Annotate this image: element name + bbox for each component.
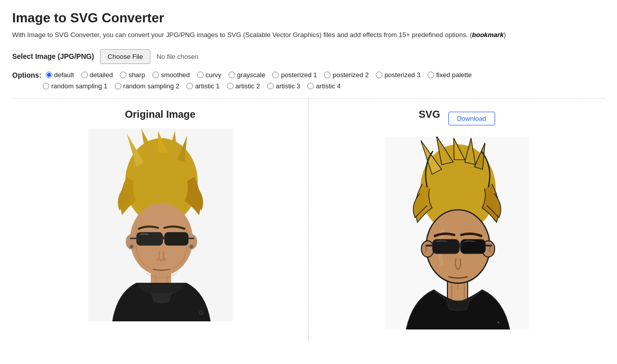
option-fixed-palette[interactable]: fixed palette: [428, 71, 472, 79]
radio-smoothed[interactable]: [152, 72, 159, 78]
svg-rect-14: [164, 232, 188, 246]
radio-artistic2[interactable]: [227, 83, 234, 89]
option-posterized2[interactable]: posterized 2: [324, 71, 369, 79]
preview-area: Original Image: [12, 98, 605, 340]
radio-sharp[interactable]: [120, 72, 126, 78]
svg-text:ⓘ: ⓘ: [199, 310, 204, 315]
page-title: Image to SVG Converter: [12, 10, 605, 26]
option-random1[interactable]: random sampling 1: [43, 82, 108, 90]
svg-point-19: [163, 258, 166, 261]
radio-detailed[interactable]: [81, 72, 88, 78]
original-image: ⓘ: [84, 128, 237, 321]
svg-point-12: [189, 244, 193, 248]
option-smoothed[interactable]: smoothed: [152, 71, 190, 79]
option-label-artistic1: artistic 1: [195, 82, 219, 90]
option-label-smoothed: smoothed: [161, 71, 190, 79]
svg-panel: SVG Download: [309, 98, 605, 340]
option-label-artistic3: artistic 3: [276, 82, 300, 90]
svg-point-18: [156, 258, 159, 261]
radio-grayscale[interactable]: [229, 72, 235, 78]
options-row2: random sampling 1random sampling 2artist…: [12, 82, 605, 90]
option-label-artistic4: artistic 4: [316, 82, 340, 90]
radio-random2[interactable]: [115, 83, 121, 89]
option-label-posterized3: posterized 3: [384, 71, 420, 79]
option-label-fixed-palette: fixed palette: [436, 71, 472, 79]
svg-rect-36: [459, 243, 461, 247]
radio-artistic1[interactable]: [186, 83, 193, 89]
file-section: Select Image (JPG/PNG) Choose File No fi…: [12, 49, 605, 64]
radio-default[interactable]: [46, 72, 52, 78]
option-sharp[interactable]: sharp: [120, 71, 145, 79]
options-section: Options: defaultdetailedsharpsmoothedcur…: [12, 71, 605, 90]
option-detailed[interactable]: detailed: [81, 71, 113, 79]
option-random2[interactable]: random sampling 2: [115, 82, 180, 90]
option-artistic2[interactable]: artistic 2: [227, 82, 260, 90]
option-artistic4[interactable]: artistic 4: [307, 82, 340, 90]
bookmark-link[interactable]: bookmark: [472, 31, 504, 39]
option-posterized1[interactable]: posterized 1: [272, 71, 317, 79]
download-button[interactable]: Download: [448, 112, 495, 125]
radio-artistic4[interactable]: [307, 83, 314, 89]
svg-text:✦: ✦: [496, 320, 500, 324]
no-file-text: No file chosen: [156, 53, 198, 60]
original-panel-title: Original Image: [125, 109, 196, 120]
radio-posterized2[interactable]: [324, 72, 331, 78]
radio-artistic3[interactable]: [267, 83, 274, 89]
option-posterized3[interactable]: posterized 3: [376, 71, 420, 79]
option-label-default: default: [54, 71, 74, 79]
svg-panel-title-row: SVG Download: [319, 109, 595, 128]
options-label: Options:: [12, 71, 42, 79]
option-label-random2: random sampling 2: [123, 82, 180, 90]
svg-image: ✦: [381, 137, 533, 329]
option-label-detailed: detailed: [90, 71, 113, 79]
option-label-grayscale: grayscale: [237, 71, 266, 79]
option-label-posterized2: posterized 2: [333, 71, 369, 79]
option-label-curvy: curvy: [206, 71, 221, 79]
svg-point-11: [129, 244, 134, 248]
option-label-random1: random sampling 1: [51, 82, 108, 90]
radio-posterized1[interactable]: [272, 72, 279, 78]
radio-curvy[interactable]: [197, 72, 204, 78]
radio-fixed-palette[interactable]: [428, 72, 434, 78]
choose-file-button[interactable]: Choose File: [100, 49, 150, 64]
radio-posterized3[interactable]: [376, 72, 382, 78]
file-input-label: Select Image (JPG/PNG): [12, 52, 94, 60]
option-artistic1[interactable]: artistic 1: [186, 82, 219, 90]
option-label-sharp: sharp: [128, 71, 145, 79]
radio-random1[interactable]: [43, 83, 49, 89]
option-grayscale[interactable]: grayscale: [229, 71, 266, 79]
option-label-posterized1: posterized 1: [281, 71, 317, 79]
option-default[interactable]: default: [46, 71, 74, 79]
svg-rect-15: [162, 236, 165, 239]
option-label-artistic2: artistic 2: [236, 82, 260, 90]
option-artistic3[interactable]: artistic 3: [267, 82, 300, 90]
svg-point-32: [421, 241, 434, 257]
original-panel: Original Image: [12, 98, 309, 340]
options-row1: defaultdetailedsharpsmoothedcurvygraysca…: [46, 71, 479, 79]
svg-panel-title: SVG: [418, 109, 440, 120]
subtitle: With Image to SVG Converter, you can con…: [12, 30, 605, 40]
option-curvy[interactable]: curvy: [197, 71, 221, 79]
